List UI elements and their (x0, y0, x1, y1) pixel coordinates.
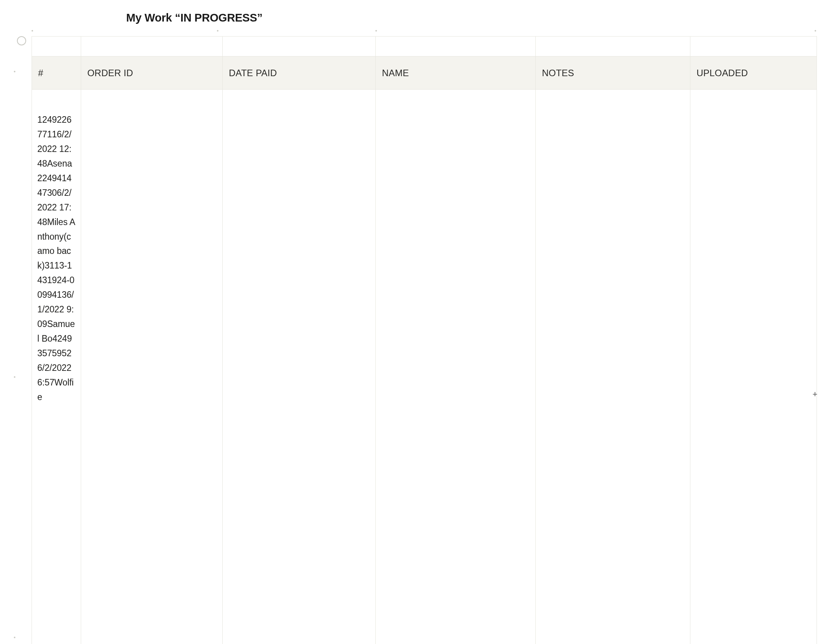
table-top-spacer-row (32, 37, 817, 57)
spacer-cell[interactable] (690, 37, 817, 56)
drag-guide-dot (14, 637, 15, 638)
column-header-name[interactable]: NAME (376, 57, 536, 89)
spacer-cell[interactable] (81, 37, 223, 56)
drag-guide-dot (14, 376, 15, 378)
drag-guide-dot (32, 30, 33, 32)
work-in-progress-table[interactable]: # ORDER ID DATE PAID NAME NOTES UPLOADED… (32, 36, 817, 644)
table-cell-uploaded[interactable] (690, 90, 817, 644)
drag-guide-dot (375, 30, 377, 32)
table-cell-number[interactable]: 124922677116/2/2022 12:48Asena2249414473… (32, 90, 81, 644)
crammed-data-cell: 124922677116/2/2022 12:48Asena2249414473… (37, 113, 75, 405)
table-cell-name[interactable] (376, 90, 536, 644)
add-column-button[interactable]: + (811, 390, 819, 399)
block-drag-handle[interactable] (17, 36, 26, 45)
drag-guide-dot (815, 30, 816, 32)
column-header-uploaded[interactable]: UPLOADED (690, 57, 817, 89)
column-header-order-id[interactable]: ORDER ID (81, 57, 223, 89)
page-title: My Work “IN PROGRESS” (126, 12, 820, 24)
spacer-cell[interactable] (223, 37, 376, 56)
column-header-notes[interactable]: NOTES (536, 57, 690, 89)
table-header-row: # ORDER ID DATE PAID NAME NOTES UPLOADED (32, 57, 817, 90)
drag-guide-dot (217, 30, 218, 32)
drag-guide-dot (14, 71, 15, 72)
spacer-cell[interactable] (376, 37, 536, 56)
table-cell-date-paid[interactable] (223, 90, 376, 644)
column-header-date-paid[interactable]: DATE PAID (223, 57, 376, 89)
column-header-number[interactable]: # (32, 57, 81, 89)
spacer-cell[interactable] (32, 37, 81, 56)
table-cell-notes[interactable] (536, 90, 690, 644)
table-body: 124922677116/2/2022 12:48Asena2249414473… (32, 90, 817, 644)
spacer-cell[interactable] (536, 37, 690, 56)
table-cell-order-id[interactable] (81, 90, 223, 644)
